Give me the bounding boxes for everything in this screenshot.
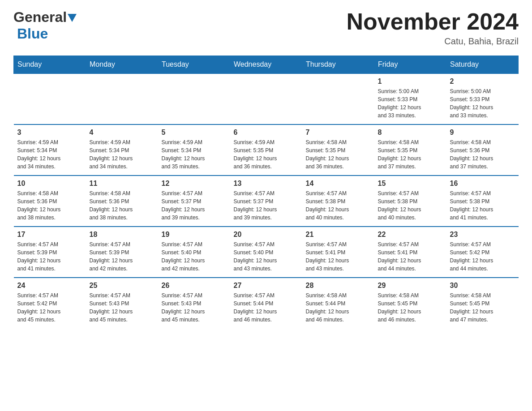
day-number: 6: [234, 128, 299, 137]
calendar-cell: 2Sunrise: 5:00 AM Sunset: 5:33 PM Daylig…: [446, 73, 519, 124]
day-number: 7: [306, 128, 371, 137]
logo-general-text: General: [13, 9, 67, 26]
day-info: Sunrise: 4:57 AM Sunset: 5:38 PM Dayligh…: [450, 189, 515, 222]
week-row-2: 10Sunrise: 4:58 AM Sunset: 5:36 PM Dayli…: [14, 176, 519, 227]
calendar-cell: [302, 73, 374, 124]
day-info: Sunrise: 4:57 AM Sunset: 5:44 PM Dayligh…: [234, 291, 299, 324]
day-number: 25: [90, 282, 154, 290]
day-info: Sunrise: 4:58 AM Sunset: 5:45 PM Dayligh…: [450, 291, 515, 324]
day-info: Sunrise: 4:57 AM Sunset: 5:43 PM Dayligh…: [90, 291, 154, 324]
calendar-cell: 10Sunrise: 4:58 AM Sunset: 5:36 PM Dayli…: [14, 176, 86, 227]
calendar-cell: 20Sunrise: 4:57 AM Sunset: 5:40 PM Dayli…: [230, 227, 302, 278]
calendar-cell: [158, 73, 230, 124]
title-block: November 2024 Catu, Bahia, Brazil: [347, 9, 519, 47]
day-number: 27: [234, 282, 299, 290]
header-saturday: Saturday: [446, 56, 519, 74]
calendar-cell: 12Sunrise: 4:57 AM Sunset: 5:37 PM Dayli…: [158, 176, 230, 227]
day-number: 30: [450, 282, 515, 290]
day-info: Sunrise: 4:57 AM Sunset: 5:40 PM Dayligh…: [162, 240, 227, 273]
calendar-cell: 16Sunrise: 4:57 AM Sunset: 5:38 PM Dayli…: [446, 176, 519, 227]
header-friday: Friday: [374, 56, 446, 74]
calendar-cell: 9Sunrise: 4:58 AM Sunset: 5:36 PM Daylig…: [446, 124, 519, 176]
day-number: 13: [234, 180, 299, 188]
day-number: 22: [378, 231, 443, 239]
calendar-header-row: SundayMondayTuesdayWednesdayThursdayFrid…: [14, 56, 519, 74]
day-info: Sunrise: 4:58 AM Sunset: 5:36 PM Dayligh…: [90, 189, 154, 222]
month-title: November 2024: [347, 9, 519, 34]
calendar-table: SundayMondayTuesdayWednesdayThursdayFrid…: [13, 56, 519, 328]
day-info: Sunrise: 4:57 AM Sunset: 5:39 PM Dayligh…: [17, 240, 82, 273]
day-info: Sunrise: 4:58 AM Sunset: 5:35 PM Dayligh…: [306, 138, 371, 171]
day-info: Sunrise: 4:58 AM Sunset: 5:36 PM Dayligh…: [17, 189, 82, 222]
calendar-cell: 14Sunrise: 4:57 AM Sunset: 5:38 PM Dayli…: [302, 176, 374, 227]
day-number: 19: [162, 231, 227, 239]
day-info: Sunrise: 4:58 AM Sunset: 5:36 PM Dayligh…: [450, 138, 515, 171]
day-number: 5: [162, 128, 227, 137]
calendar-cell: 19Sunrise: 4:57 AM Sunset: 5:40 PM Dayli…: [158, 227, 230, 278]
day-number: 24: [17, 282, 82, 290]
day-number: 9: [450, 128, 515, 137]
calendar-cell: 23Sunrise: 4:57 AM Sunset: 5:42 PM Dayli…: [446, 227, 519, 278]
day-number: 17: [17, 231, 82, 239]
calendar-cell: 25Sunrise: 4:57 AM Sunset: 5:43 PM Dayli…: [86, 278, 158, 328]
logo-triangle-icon: [68, 14, 77, 23]
header-tuesday: Tuesday: [158, 56, 230, 74]
header-monday: Monday: [86, 56, 158, 74]
day-info: Sunrise: 4:59 AM Sunset: 5:34 PM Dayligh…: [17, 138, 82, 171]
calendar-cell: 21Sunrise: 4:57 AM Sunset: 5:41 PM Dayli…: [302, 227, 374, 278]
day-number: 28: [306, 282, 371, 290]
calendar-cell: 30Sunrise: 4:58 AM Sunset: 5:45 PM Dayli…: [446, 278, 519, 328]
day-info: Sunrise: 4:58 AM Sunset: 5:45 PM Dayligh…: [378, 291, 443, 324]
day-info: Sunrise: 4:57 AM Sunset: 5:38 PM Dayligh…: [378, 189, 443, 222]
calendar-cell: [14, 73, 86, 124]
calendar-cell: 17Sunrise: 4:57 AM Sunset: 5:39 PM Dayli…: [14, 227, 86, 278]
calendar-cell: 27Sunrise: 4:57 AM Sunset: 5:44 PM Dayli…: [230, 278, 302, 328]
day-number: 21: [306, 231, 371, 239]
calendar-cell: 13Sunrise: 4:57 AM Sunset: 5:37 PM Dayli…: [230, 176, 302, 227]
day-info: Sunrise: 4:59 AM Sunset: 5:34 PM Dayligh…: [162, 138, 227, 171]
day-info: Sunrise: 5:00 AM Sunset: 5:33 PM Dayligh…: [450, 87, 515, 120]
calendar-cell: 29Sunrise: 4:58 AM Sunset: 5:45 PM Dayli…: [374, 278, 446, 328]
day-info: Sunrise: 4:57 AM Sunset: 5:37 PM Dayligh…: [234, 189, 299, 222]
day-number: 8: [378, 128, 443, 137]
day-number: 15: [378, 180, 443, 188]
week-row-1: 3Sunrise: 4:59 AM Sunset: 5:34 PM Daylig…: [14, 124, 519, 176]
day-number: 4: [90, 128, 154, 137]
day-info: Sunrise: 4:59 AM Sunset: 5:35 PM Dayligh…: [234, 138, 299, 171]
day-info: Sunrise: 4:58 AM Sunset: 5:35 PM Dayligh…: [378, 138, 443, 171]
day-info: Sunrise: 4:57 AM Sunset: 5:42 PM Dayligh…: [450, 240, 515, 273]
day-info: Sunrise: 4:57 AM Sunset: 5:42 PM Dayligh…: [17, 291, 82, 324]
day-info: Sunrise: 4:57 AM Sunset: 5:43 PM Dayligh…: [162, 291, 227, 324]
day-number: 11: [90, 180, 154, 188]
day-number: 16: [450, 180, 515, 188]
week-row-4: 24Sunrise: 4:57 AM Sunset: 5:42 PM Dayli…: [14, 278, 519, 328]
logo: General Blue: [13, 9, 77, 42]
day-number: 18: [90, 231, 154, 239]
calendar-cell: 18Sunrise: 4:57 AM Sunset: 5:39 PM Dayli…: [86, 227, 158, 278]
location-text: Catu, Bahia, Brazil: [347, 36, 519, 47]
calendar-cell: 3Sunrise: 4:59 AM Sunset: 5:34 PM Daylig…: [14, 124, 86, 176]
calendar-cell: [86, 73, 158, 124]
day-number: 23: [450, 231, 515, 239]
day-info: Sunrise: 4:59 AM Sunset: 5:34 PM Dayligh…: [90, 138, 154, 171]
day-number: 10: [17, 180, 82, 188]
day-number: 2: [450, 77, 515, 86]
day-info: Sunrise: 4:57 AM Sunset: 5:39 PM Dayligh…: [90, 240, 154, 273]
day-number: 14: [306, 180, 371, 188]
day-number: 3: [17, 128, 82, 137]
calendar-cell: 7Sunrise: 4:58 AM Sunset: 5:35 PM Daylig…: [302, 124, 374, 176]
day-number: 20: [234, 231, 299, 239]
week-row-0: 1Sunrise: 5:00 AM Sunset: 5:33 PM Daylig…: [14, 73, 519, 124]
svg-marker-0: [68, 14, 77, 22]
day-info: Sunrise: 4:57 AM Sunset: 5:37 PM Dayligh…: [162, 189, 227, 222]
calendar-cell: 24Sunrise: 4:57 AM Sunset: 5:42 PM Dayli…: [14, 278, 86, 328]
calendar-cell: [230, 73, 302, 124]
day-info: Sunrise: 4:57 AM Sunset: 5:41 PM Dayligh…: [306, 240, 371, 273]
calendar-cell: 8Sunrise: 4:58 AM Sunset: 5:35 PM Daylig…: [374, 124, 446, 176]
day-number: 29: [378, 282, 443, 290]
header-thursday: Thursday: [302, 56, 374, 74]
day-info: Sunrise: 4:57 AM Sunset: 5:40 PM Dayligh…: [234, 240, 299, 273]
calendar-cell: 5Sunrise: 4:59 AM Sunset: 5:34 PM Daylig…: [158, 124, 230, 176]
week-row-3: 17Sunrise: 4:57 AM Sunset: 5:39 PM Dayli…: [14, 227, 519, 278]
day-info: Sunrise: 5:00 AM Sunset: 5:33 PM Dayligh…: [378, 87, 443, 120]
